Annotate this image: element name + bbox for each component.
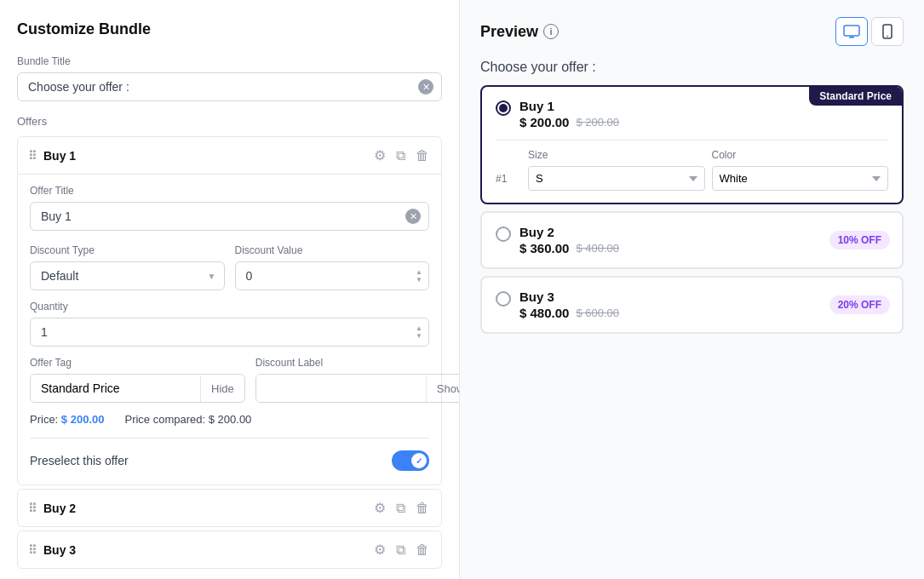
quantity-section: Quantity ▲ ▼ <box>30 301 429 347</box>
offer-title-input[interactable] <box>30 202 429 231</box>
offer-card-3-name: Buy 3 <box>519 290 619 304</box>
right-panel: Preview i Choose your offer : Standard P… <box>460 0 924 579</box>
preselect-row: Preselect this offer ✓ <box>30 438 429 471</box>
offer-3-row: ⠿ Buy 3 ⚙ ⧉ 🗑 <box>17 530 442 569</box>
offer-card-2[interactable]: Buy 2 $ 360.00 $ 400.00 10% OFF <box>480 211 904 269</box>
quantity-up-arrow[interactable]: ▲ <box>416 325 422 332</box>
offer-1-title: ⠿ Buy 1 <box>28 149 76 163</box>
discount-label-input[interactable] <box>256 375 426 402</box>
discount-type-label: Discount Type <box>30 244 225 256</box>
tag-label-section: Offer Tag Hide Discount Label Show <box>30 357 429 403</box>
discount-down-arrow[interactable]: ▼ <box>416 277 422 284</box>
offer-2-radio[interactable] <box>496 226 511 242</box>
preselect-toggle[interactable]: ✓ <box>392 450 429 471</box>
offer-1-delete[interactable]: 🗑 <box>414 146 431 165</box>
discount-type-wrap: Default ▼ <box>30 261 225 290</box>
offer-2-price-row: $ 360.00 $ 400.00 <box>519 241 619 255</box>
quantity-down-arrow[interactable]: ▼ <box>416 333 422 340</box>
preview-header: Preview i <box>480 17 904 46</box>
discount-label-show-btn[interactable]: Show <box>426 375 460 402</box>
drag-icon-2[interactable]: ⠿ <box>28 502 37 515</box>
device-mobile-btn[interactable] <box>871 17 904 46</box>
offer-3-badge: 20% OFF <box>829 295 890 314</box>
price-label: Price: $ 200.00 <box>30 413 104 426</box>
bundle-title-label: Bundle Title <box>17 55 442 67</box>
offer-2-name: Buy 2 <box>43 502 76 515</box>
bundle-title-input[interactable] <box>17 72 442 101</box>
discount-up-arrow[interactable]: ▲ <box>416 269 422 276</box>
color-select[interactable]: White Black Blue Red <box>712 166 889 191</box>
size-select[interactable]: S M L XL <box>528 166 705 191</box>
offer-card-3-info: Buy 3 $ 480.00 $ 600.00 <box>519 290 619 320</box>
quantity-label: Quantity <box>30 301 429 312</box>
discount-value-col: Discount Value ▲ ▼ <box>235 244 430 290</box>
offer-card-1-tag: Standard Price <box>809 87 902 106</box>
svg-point-2 <box>887 36 888 37</box>
offer-2-badge: 10% OFF <box>829 231 890 249</box>
discount-value-arrows: ▲ ▼ <box>416 269 422 284</box>
preview-title: Preview i <box>480 23 559 41</box>
discount-label-col: Discount Label Show <box>255 357 460 403</box>
discount-type-col: Discount Type Default ▼ <box>30 244 225 290</box>
left-panel: Customize Bundle Bundle Title ✕ Offers ⠿… <box>0 0 460 579</box>
offer-tag-col: Offer Tag Hide <box>30 357 245 403</box>
price-compared: Price compared: $ 200.00 <box>124 413 251 426</box>
variant-row-1: #1 S M L XL White Black Blue Red <box>496 166 888 191</box>
offer-title-clear[interactable]: ✕ <box>405 209 421 224</box>
offers-label: Offers <box>17 115 442 128</box>
size-label: Size <box>528 149 705 161</box>
color-label: Color <box>712 149 889 161</box>
offer-2-settings[interactable]: ⚙ <box>372 498 387 518</box>
offer-1-price-row: $ 200.00 $ 200.00 <box>519 115 619 129</box>
price-compared-value: $ 200.00 <box>209 413 252 426</box>
device-desktop-btn[interactable] <box>835 17 868 46</box>
panel-title: Customize Bundle <box>17 20 442 38</box>
variant-section-1: Size Color #1 S M L XL White Black Blue … <box>496 140 888 191</box>
offer-1-name: Buy 1 <box>43 149 76 163</box>
offer-card-2-info: Buy 2 $ 360.00 $ 400.00 <box>519 225 619 255</box>
offer-3-radio[interactable] <box>496 291 511 307</box>
offer-3-title: ⠿ Buy 3 <box>28 543 76 557</box>
offer-card-1[interactable]: Standard Price Buy 1 $ 200.00 $ 200.00 S… <box>480 85 904 204</box>
offer-1-duplicate[interactable]: ⧉ <box>394 146 407 165</box>
discount-label-wrap: Show <box>255 374 460 403</box>
offer-title-label: Offer Title <box>30 185 429 197</box>
offer-title-wrap: ✕ <box>30 202 429 231</box>
discount-type-select[interactable]: Default <box>30 261 225 290</box>
price-info-row: Price: $ 200.00 Price compared: $ 200.00 <box>30 413 429 426</box>
bundle-question: Choose your offer : <box>480 60 904 75</box>
radio-1-inner <box>499 104 508 112</box>
quantity-wrap: ▲ ▼ <box>30 318 429 347</box>
discount-value-input[interactable] <box>235 261 430 290</box>
offer-tag-hide-btn[interactable]: Hide <box>200 375 244 402</box>
offer-3-name: Buy 3 <box>43 543 76 557</box>
offer-3-current-price: $ 480.00 <box>519 306 569 320</box>
offer-tag-input[interactable] <box>31 375 200 402</box>
offer-3-duplicate[interactable]: ⧉ <box>394 541 407 559</box>
offer-card-3[interactable]: Buy 3 $ 480.00 $ 600.00 20% OFF <box>480 276 904 334</box>
offer-2-duplicate[interactable]: ⧉ <box>394 499 407 518</box>
offer-card-1-info: Buy 1 $ 200.00 $ 200.00 <box>519 99 619 129</box>
offer-2-delete[interactable]: 🗑 <box>414 499 431 518</box>
preview-info-icon[interactable]: i <box>543 24 559 39</box>
drag-icon-1[interactable]: ⠿ <box>28 149 37 163</box>
offer-1-radio[interactable] <box>496 100 511 116</box>
bundle-title-clear[interactable]: ✕ <box>418 79 433 95</box>
offer-3-delete[interactable]: 🗑 <box>414 541 431 559</box>
offer-1-settings[interactable]: ⚙ <box>372 146 387 165</box>
price-value: $ 200.00 <box>61 413 105 426</box>
device-toggle <box>835 17 904 46</box>
drag-icon-3[interactable]: ⠿ <box>28 543 37 557</box>
offer-2-header: ⠿ Buy 2 ⚙ ⧉ 🗑 <box>18 490 441 526</box>
offer-2-actions: ⚙ ⧉ 🗑 <box>372 498 431 518</box>
svg-rect-0 <box>844 26 859 36</box>
offer-3-price-row: $ 480.00 $ 600.00 <box>519 306 619 320</box>
discount-row: Discount Type Default ▼ Discount Value ▲ <box>30 244 429 290</box>
offer-2-original-price: $ 400.00 <box>576 242 619 255</box>
variant-num: #1 <box>496 173 521 185</box>
offer-card-2-name: Buy 2 <box>519 225 619 239</box>
quantity-input[interactable] <box>30 318 429 347</box>
offer-3-settings[interactable]: ⚙ <box>372 540 387 559</box>
offer-3-original-price: $ 600.00 <box>576 307 619 319</box>
discount-value-wrap: ▲ ▼ <box>235 261 430 290</box>
